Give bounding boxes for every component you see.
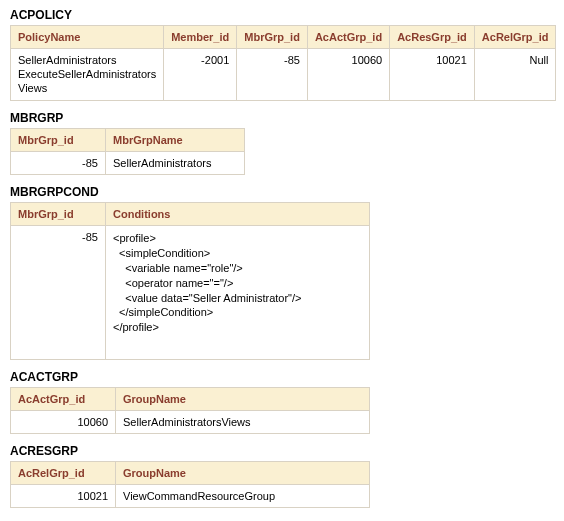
- acpolicy-h-acresgrpid: AcResGrp_id: [390, 26, 475, 49]
- acpolicy-table: PolicyName Member_id MbrGrp_id AcActGrp_…: [10, 25, 556, 101]
- acpolicy-acrelgrpid: Null: [474, 49, 556, 101]
- table-row: -85 SellerAdministrators: [11, 152, 245, 175]
- acresgrp-h-name: GroupName: [116, 462, 370, 485]
- mbrgrp-title: MBRGRP: [10, 111, 554, 125]
- table-row: 10021 ViewCommandResourceGroup: [11, 485, 370, 508]
- acpolicy-title: ACPOLICY: [10, 8, 554, 22]
- table-row: SellerAdministrators ExecuteSellerAdmini…: [11, 49, 556, 101]
- acactgrp-title: ACACTGRP: [10, 370, 554, 384]
- acresgrp-name: ViewCommandResourceGroup: [116, 485, 370, 508]
- acpolicy-acresgrpid: 10021: [390, 49, 475, 101]
- acpolicy-h-mbrgrpid: MbrGrp_id: [237, 26, 308, 49]
- mbrgrp-id: -85: [11, 152, 106, 175]
- mbrgrpcond-h-id: MbrGrp_id: [11, 203, 106, 226]
- mbrgrp-header-row: MbrGrp_id MbrGrpName: [11, 129, 245, 152]
- mbrgrp-table: MbrGrp_id MbrGrpName -85 SellerAdministr…: [10, 128, 245, 175]
- table-row: 10060 SellerAdministratorsViews: [11, 411, 370, 434]
- acpolicy-h-memberid: Member_id: [164, 26, 237, 49]
- acactgrp-h-id: AcActGrp_id: [11, 388, 116, 411]
- page: ACPOLICY PolicyName Member_id MbrGrp_id …: [0, 0, 564, 516]
- mbrgrp-name: SellerAdministrators: [106, 152, 245, 175]
- mbrgrp-h-name: MbrGrpName: [106, 129, 245, 152]
- mbrgrpcond-title: MBRGRPCOND: [10, 185, 554, 199]
- mbrgrpcond-header-row: MbrGrp_id Conditions: [11, 203, 370, 226]
- acactgrp-name: SellerAdministratorsViews: [116, 411, 370, 434]
- acresgrp-id: 10021: [11, 485, 116, 508]
- table-row: -85 <profile> <simpleCondition> <variabl…: [11, 226, 370, 360]
- acpolicy-acactgrpid: 10060: [307, 49, 389, 101]
- acresgrp-h-id: AcRelGrp_id: [11, 462, 116, 485]
- acpolicy-memberid: -2001: [164, 49, 237, 101]
- acpolicy-mbrgrpid: -85: [237, 49, 308, 101]
- acactgrp-h-name: GroupName: [116, 388, 370, 411]
- acactgrp-header-row: AcActGrp_id GroupName: [11, 388, 370, 411]
- acpolicy-policyname: SellerAdministrators ExecuteSellerAdmini…: [11, 49, 164, 101]
- acresgrp-table: AcRelGrp_id GroupName 10021 ViewCommandR…: [10, 461, 370, 508]
- acpolicy-h-policyname: PolicyName: [11, 26, 164, 49]
- acpolicy-header-row: PolicyName Member_id MbrGrp_id AcActGrp_…: [11, 26, 556, 49]
- acresgrp-title: ACRESGRP: [10, 444, 554, 458]
- mbrgrpcond-table: MbrGrp_id Conditions -85 <profile> <simp…: [10, 202, 370, 360]
- mbrgrpcond-h-cond: Conditions: [106, 203, 370, 226]
- acactgrp-table: AcActGrp_id GroupName 10060 SellerAdmini…: [10, 387, 370, 434]
- acpolicy-h-acrelgrpid: AcRelGrp_id: [474, 26, 556, 49]
- mbrgrp-h-id: MbrGrp_id: [11, 129, 106, 152]
- acpolicy-h-acactgrpid: AcActGrp_id: [307, 26, 389, 49]
- acactgrp-id: 10060: [11, 411, 116, 434]
- acresgrp-header-row: AcRelGrp_id GroupName: [11, 462, 370, 485]
- mbrgrpcond-id: -85: [11, 226, 106, 360]
- mbrgrpcond-conditions: <profile> <simpleCondition> <variable na…: [106, 226, 370, 360]
